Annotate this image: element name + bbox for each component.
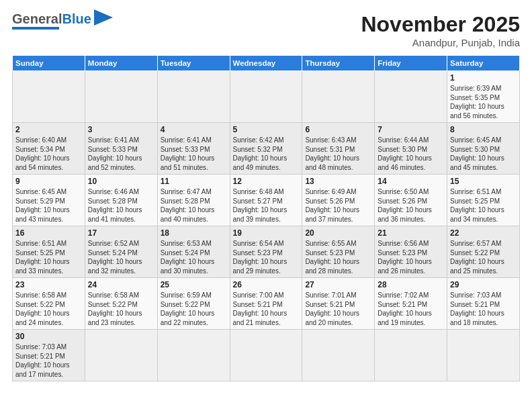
- weekday-header-saturday: Saturday: [447, 56, 520, 71]
- day-info: Sunrise: 6:45 AM Sunset: 5:30 PM Dayligh…: [450, 136, 517, 172]
- day-info: Sunrise: 6:43 AM Sunset: 5:31 PM Dayligh…: [305, 136, 371, 172]
- calendar-cell: 23Sunrise: 6:58 AM Sunset: 5:22 PM Dayli…: [13, 278, 85, 330]
- day-number: 1: [450, 73, 517, 83]
- day-number: 9: [15, 177, 82, 186]
- calendar-cell: 12Sunrise: 6:48 AM Sunset: 5:27 PM Dayli…: [230, 175, 302, 226]
- day-info: Sunrise: 7:01 AM Sunset: 5:21 PM Dayligh…: [305, 291, 371, 327]
- day-info: Sunrise: 7:03 AM Sunset: 5:21 PM Dayligh…: [15, 342, 82, 379]
- calendar-cell: 11Sunrise: 6:47 AM Sunset: 5:28 PM Dayli…: [157, 175, 230, 226]
- day-info: Sunrise: 6:51 AM Sunset: 5:25 PM Dayligh…: [15, 239, 82, 275]
- day-number: 6: [305, 125, 371, 134]
- calendar-week-5: 30Sunrise: 7:03 AM Sunset: 5:21 PM Dayli…: [13, 330, 520, 381]
- day-info: Sunrise: 6:45 AM Sunset: 5:29 PM Dayligh…: [15, 187, 82, 224]
- calendar-cell: [302, 330, 375, 381]
- calendar-cell: [85, 330, 157, 381]
- day-number: 19: [233, 228, 300, 238]
- day-number: 5: [233, 125, 300, 134]
- calendar-cell: 2Sunrise: 6:40 AM Sunset: 5:34 PM Daylig…: [13, 123, 85, 175]
- calendar-cell: 10Sunrise: 6:46 AM Sunset: 5:28 PM Dayli…: [85, 175, 157, 226]
- calendar-cell: 25Sunrise: 6:59 AM Sunset: 5:22 PM Dayli…: [157, 278, 230, 330]
- day-info: Sunrise: 6:59 AM Sunset: 5:22 PM Dayligh…: [161, 291, 227, 327]
- day-number: 12: [233, 177, 300, 186]
- day-number: 23: [15, 280, 82, 289]
- day-number: 22: [450, 228, 517, 238]
- day-number: 30: [15, 332, 82, 341]
- calendar-cell: [157, 330, 230, 381]
- calendar-cell: 15Sunrise: 6:51 AM Sunset: 5:25 PM Dayli…: [447, 175, 520, 226]
- day-number: 13: [305, 177, 371, 186]
- calendar-cell: 18Sunrise: 6:53 AM Sunset: 5:24 PM Dayli…: [157, 226, 230, 278]
- day-number: 21: [378, 228, 444, 238]
- day-info: Sunrise: 6:55 AM Sunset: 5:23 PM Dayligh…: [305, 239, 371, 275]
- calendar-week-2: 9Sunrise: 6:45 AM Sunset: 5:29 PM Daylig…: [13, 175, 520, 226]
- calendar-cell: 28Sunrise: 7:02 AM Sunset: 5:21 PM Dayli…: [375, 278, 447, 330]
- day-info: Sunrise: 6:53 AM Sunset: 5:24 PM Dayligh…: [161, 239, 227, 275]
- day-info: Sunrise: 7:02 AM Sunset: 5:21 PM Dayligh…: [378, 291, 444, 327]
- calendar-title: November 2025: [361, 12, 520, 37]
- day-number: 2: [15, 125, 82, 134]
- calendar-cell: 8Sunrise: 6:45 AM Sunset: 5:30 PM Daylig…: [447, 123, 520, 175]
- day-info: Sunrise: 6:42 AM Sunset: 5:32 PM Dayligh…: [233, 136, 300, 172]
- calendar-cell: 4Sunrise: 6:41 AM Sunset: 5:33 PM Daylig…: [157, 123, 230, 175]
- weekday-header-thursday: Thursday: [302, 56, 375, 71]
- calendar-cell: 6Sunrise: 6:43 AM Sunset: 5:31 PM Daylig…: [302, 123, 375, 175]
- day-info: Sunrise: 6:52 AM Sunset: 5:24 PM Dayligh…: [88, 239, 154, 275]
- logo-icon: [94, 9, 113, 26]
- day-info: Sunrise: 6:44 AM Sunset: 5:30 PM Dayligh…: [378, 136, 444, 172]
- calendar-cell: 30Sunrise: 7:03 AM Sunset: 5:21 PM Dayli…: [13, 330, 85, 381]
- calendar-cell: 16Sunrise: 6:51 AM Sunset: 5:25 PM Dayli…: [13, 226, 85, 278]
- day-number: 29: [450, 280, 517, 289]
- weekday-header-sunday: Sunday: [13, 56, 85, 71]
- day-info: Sunrise: 6:51 AM Sunset: 5:25 PM Dayligh…: [450, 187, 517, 224]
- day-info: Sunrise: 6:49 AM Sunset: 5:26 PM Dayligh…: [305, 187, 371, 224]
- calendar-cell: 14Sunrise: 6:50 AM Sunset: 5:26 PM Dayli…: [375, 175, 447, 226]
- logo: GeneralBlue: [12, 12, 113, 30]
- weekday-header-tuesday: Tuesday: [157, 56, 230, 71]
- day-info: Sunrise: 6:39 AM Sunset: 5:35 PM Dayligh…: [450, 84, 517, 120]
- day-info: Sunrise: 6:47 AM Sunset: 5:28 PM Dayligh…: [161, 187, 227, 224]
- calendar-cell: 29Sunrise: 7:03 AM Sunset: 5:21 PM Dayli…: [447, 278, 520, 330]
- day-number: 16: [15, 228, 82, 238]
- calendar-cell: [375, 71, 447, 123]
- calendar-cell: 17Sunrise: 6:52 AM Sunset: 5:24 PM Dayli…: [85, 226, 157, 278]
- calendar-cell: 3Sunrise: 6:41 AM Sunset: 5:33 PM Daylig…: [85, 123, 157, 175]
- calendar-cell: [230, 71, 302, 123]
- day-info: Sunrise: 6:41 AM Sunset: 5:33 PM Dayligh…: [161, 136, 227, 172]
- weekday-header-friday: Friday: [375, 56, 447, 71]
- title-block: November 2025 Anandpur, Punjab, India: [361, 12, 520, 48]
- calendar-cell: 26Sunrise: 7:00 AM Sunset: 5:21 PM Dayli…: [230, 278, 302, 330]
- day-number: 25: [161, 280, 227, 289]
- calendar-week-4: 23Sunrise: 6:58 AM Sunset: 5:22 PM Dayli…: [13, 278, 520, 330]
- calendar-cell: 1Sunrise: 6:39 AM Sunset: 5:35 PM Daylig…: [447, 71, 520, 123]
- calendar-subtitle: Anandpur, Punjab, India: [361, 37, 520, 48]
- calendar-cell: 9Sunrise: 6:45 AM Sunset: 5:29 PM Daylig…: [13, 175, 85, 226]
- day-number: 8: [450, 125, 517, 134]
- day-number: 10: [88, 177, 154, 186]
- calendar-cell: [85, 71, 157, 123]
- day-info: Sunrise: 6:56 AM Sunset: 5:23 PM Dayligh…: [378, 239, 444, 275]
- weekday-header-monday: Monday: [85, 56, 157, 71]
- svg-marker-0: [94, 9, 113, 26]
- calendar-cell: [302, 71, 375, 123]
- calendar-week-3: 16Sunrise: 6:51 AM Sunset: 5:25 PM Dayli…: [13, 226, 520, 278]
- day-number: 11: [161, 177, 227, 186]
- day-info: Sunrise: 6:48 AM Sunset: 5:27 PM Dayligh…: [233, 187, 300, 224]
- day-number: 4: [161, 125, 227, 134]
- calendar-cell: 5Sunrise: 6:42 AM Sunset: 5:32 PM Daylig…: [230, 123, 302, 175]
- calendar-cell: [375, 330, 447, 381]
- calendar-cell: 27Sunrise: 7:01 AM Sunset: 5:21 PM Dayli…: [302, 278, 375, 330]
- day-info: Sunrise: 6:57 AM Sunset: 5:22 PM Dayligh…: [450, 239, 517, 275]
- calendar-table: SundayMondayTuesdayWednesdayThursdayFrid…: [12, 55, 520, 381]
- weekday-header-row: SundayMondayTuesdayWednesdayThursdayFrid…: [13, 56, 520, 71]
- day-number: 28: [378, 280, 444, 289]
- weekday-header-wednesday: Wednesday: [230, 56, 302, 71]
- calendar-cell: [13, 71, 85, 123]
- day-number: 15: [450, 177, 517, 186]
- day-info: Sunrise: 6:46 AM Sunset: 5:28 PM Dayligh…: [88, 187, 154, 224]
- calendar-cell: 19Sunrise: 6:54 AM Sunset: 5:23 PM Dayli…: [230, 226, 302, 278]
- day-info: Sunrise: 6:40 AM Sunset: 5:34 PM Dayligh…: [15, 136, 82, 172]
- day-number: 3: [88, 125, 154, 134]
- day-number: 20: [305, 228, 371, 238]
- day-number: 7: [378, 125, 444, 134]
- calendar-cell: 7Sunrise: 6:44 AM Sunset: 5:30 PM Daylig…: [375, 123, 447, 175]
